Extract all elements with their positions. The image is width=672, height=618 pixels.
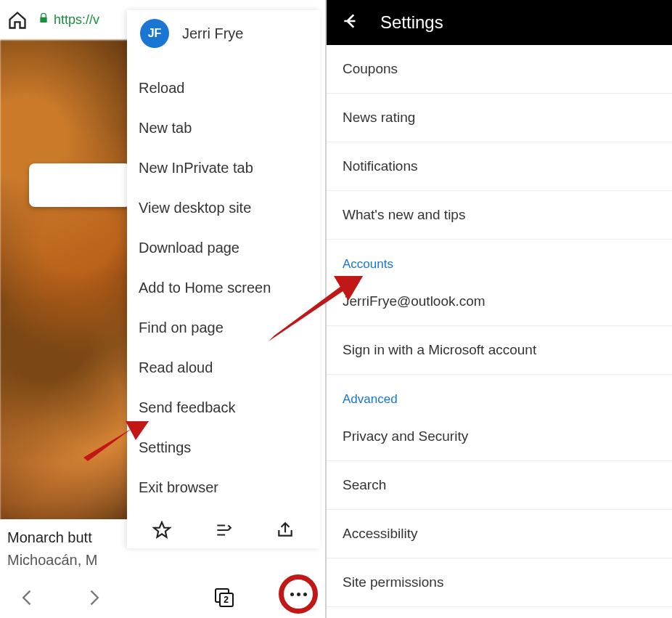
reading-list-icon[interactable]	[214, 521, 233, 540]
page-search-box[interactable]	[29, 163, 131, 207]
annotation-arrow-settings	[83, 421, 149, 465]
home-icon[interactable]	[7, 10, 28, 31]
tabs-icon[interactable]: 2	[215, 588, 234, 607]
menu-footer	[127, 508, 320, 548]
settings-item-coupons[interactable]: Coupons	[327, 45, 672, 94]
back-icon[interactable]	[17, 587, 38, 608]
forward-icon[interactable]	[83, 587, 104, 608]
menu-item-new-inprivate-tab[interactable]: New InPrivate tab	[127, 148, 320, 188]
settings-item-accessibility[interactable]: Accessibility	[327, 510, 672, 558]
section-header-accounts: Accounts	[327, 240, 672, 277]
menu-item-reload[interactable]: Reload	[127, 68, 320, 108]
avatar: JF	[140, 19, 169, 48]
settings-item-notifications[interactable]: Notifications	[327, 142, 672, 191]
share-icon[interactable]	[276, 521, 295, 540]
user-name: Jerri Frye	[182, 25, 243, 42]
favorite-icon[interactable]	[152, 521, 171, 540]
settings-item-privacy-security[interactable]: Privacy and Security	[327, 412, 672, 461]
back-arrow-icon[interactable]	[341, 12, 360, 33]
settings-item-news-rating[interactable]: News rating	[327, 94, 672, 142]
more-icon	[290, 593, 307, 596]
settings-title: Settings	[380, 12, 443, 33]
section-header-advanced: Advanced	[327, 375, 672, 412]
url-text[interactable]: https://v	[38, 12, 99, 28]
more-button-highlight[interactable]	[279, 574, 318, 614]
tabs-count: 2	[219, 593, 234, 607]
page-caption: Monarch butt Michoacán, M	[0, 519, 131, 574]
menu-item-view-desktop-site[interactable]: View desktop site	[127, 188, 320, 228]
settings-item-sign-in[interactable]: Sign in with a Microsoft account	[327, 326, 672, 375]
settings-header: Settings	[327, 0, 672, 45]
menu-user-row[interactable]: JF Jerri Frye	[127, 10, 320, 68]
url-value: https://v	[54, 12, 99, 28]
menu-item-send-feedback[interactable]: Send feedback	[127, 388, 320, 428]
menu-item-read-aloud[interactable]: Read aloud	[127, 348, 320, 388]
bottom-nav: 2	[0, 577, 325, 618]
browser-screenshot-left: https://v Monarch butt Michoacán, M JF J…	[0, 0, 327, 618]
settings-item-account-email[interactable]: JerriFrye@outlook.com	[327, 277, 672, 326]
settings-screenshot-right: Settings Coupons News rating Notificatio…	[327, 0, 672, 618]
menu-item-download-page[interactable]: Download page	[127, 228, 320, 268]
menu-item-exit-browser[interactable]: Exit browser	[127, 468, 320, 508]
settings-item-site-permissions[interactable]: Site permissions	[327, 558, 672, 607]
lock-icon	[38, 12, 49, 28]
menu-item-new-tab[interactable]: New tab	[127, 108, 320, 148]
caption-line-2: Michoacán, M	[7, 552, 123, 569]
caption-line-1: Monarch butt	[7, 529, 123, 546]
settings-item-whats-new[interactable]: What's new and tips	[327, 191, 672, 240]
settings-list[interactable]: Coupons News rating Notifications What's…	[327, 45, 672, 618]
annotation-arrow-accounts	[269, 276, 363, 341]
settings-item-search[interactable]: Search	[327, 461, 672, 510]
menu-item-settings[interactable]: Settings	[127, 428, 320, 468]
